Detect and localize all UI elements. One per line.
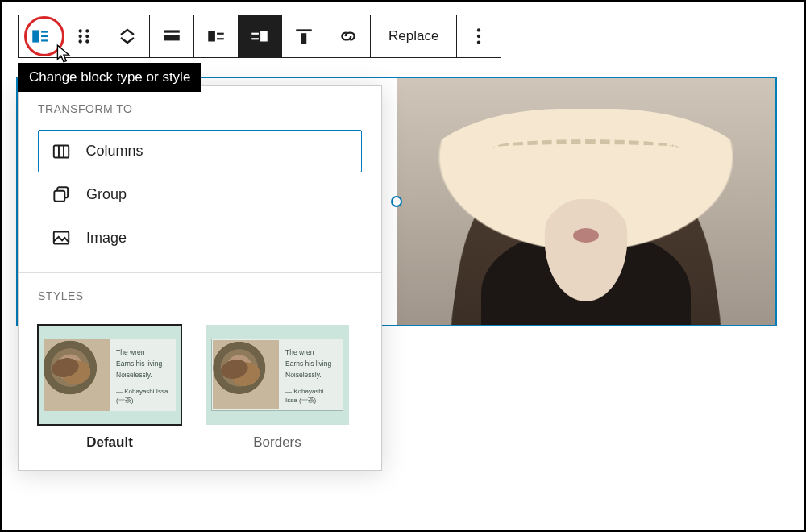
thumb-text: The wren Earns his living Noiselessly. —… [110,339,176,411]
styles-heading: Styles [38,289,362,302]
style-card-borders[interactable]: The wren Earns his living Noiselessly. —… [206,325,349,451]
transform-flyout: Transform to Columns Group Image Styles [18,85,382,471]
toolbar-group [457,15,501,57]
style-label: Default [38,425,181,451]
toolbar-group: Replace [371,15,457,57]
transform-heading: Transform to [38,102,362,115]
tooltip: Change block type or style [18,63,202,92]
transform-item-image[interactable]: Image [38,216,362,260]
svg-rect-0 [32,30,39,42]
svg-point-7 [85,35,89,38]
svg-point-8 [79,39,82,43]
align-top-icon [293,26,314,47]
replace-button[interactable]: Replace [371,15,456,57]
svg-rect-13 [208,31,215,42]
drag-handle-button[interactable] [62,15,106,57]
svg-point-23 [477,40,480,44]
svg-rect-24 [53,145,68,157]
more-vertical-icon [468,26,489,47]
toolbar-group [150,15,194,57]
image-decoration [573,228,599,243]
chevron-down-icon [118,36,137,44]
block-toolbar: Replace [18,15,501,58]
style-thumb: The wren Earns his living Noiselessly. —… [206,325,349,425]
image-decoration [493,139,679,156]
style-card-default[interactable]: The wren Earns his living Noiselessly. —… [38,325,181,451]
svg-rect-20 [301,33,307,44]
media-text-icon [30,26,51,47]
image-icon [51,227,72,248]
block-type-button[interactable] [19,15,62,57]
toolbar-group [194,15,282,57]
thumb-text: The wren Earns his living Noiselessly. —… [279,340,342,409]
move-buttons[interactable] [106,15,149,57]
align-button[interactable] [150,15,193,57]
media-left-icon [206,26,226,47]
toolbar-group [282,15,326,57]
transform-item-label: Group [86,186,127,203]
editor-frame: Replace Change block type or style Trans… [0,0,806,532]
more-options-button[interactable] [457,15,501,57]
link-button[interactable] [326,15,370,57]
media-right-icon [249,26,270,47]
link-icon [338,26,359,47]
drag-icon [73,26,94,47]
svg-rect-15 [217,38,224,39]
svg-point-5 [85,29,89,32]
transform-item-columns[interactable]: Columns [38,130,362,172]
chevron-up-icon [118,28,137,36]
svg-rect-14 [217,33,224,35]
transform-item-label: Image [86,230,127,247]
svg-point-21 [477,28,480,31]
columns-icon [51,141,72,162]
media-left-button[interactable] [194,15,238,57]
vertical-align-button[interactable] [282,15,326,57]
svg-rect-26 [54,191,64,202]
style-label: Borders [206,425,349,451]
svg-rect-2 [41,35,48,37]
svg-point-9 [85,39,89,43]
transform-section: Transform to Columns Group Image [19,86,381,272]
group-icon [51,184,72,205]
svg-rect-1 [41,31,48,33]
svg-point-4 [79,29,82,32]
transform-item-label: Columns [86,143,143,160]
thumb-image [213,340,279,409]
thumb-image [44,339,110,411]
align-icon [161,26,182,47]
styles-row: The wren Earns his living Noiselessly. —… [19,320,381,470]
svg-rect-18 [251,38,259,39]
replace-label: Replace [388,28,438,44]
svg-rect-16 [260,31,268,42]
media-image[interactable] [397,78,775,325]
resize-handle[interactable] [391,196,402,207]
styles-section: Styles [19,273,381,320]
svg-rect-11 [164,35,180,40]
svg-rect-3 [41,39,48,41]
svg-rect-10 [164,30,180,32]
svg-rect-17 [251,33,259,35]
svg-point-6 [79,35,82,38]
media-right-button[interactable] [238,15,281,57]
toolbar-group [326,15,371,57]
image-decoration [538,199,634,312]
toolbar-group [19,15,150,57]
style-thumb: The wren Earns his living Noiselessly. —… [38,325,181,425]
transform-item-group[interactable]: Group [38,172,362,216]
svg-rect-27 [54,231,69,243]
svg-point-22 [477,35,480,38]
svg-rect-19 [296,29,312,31]
